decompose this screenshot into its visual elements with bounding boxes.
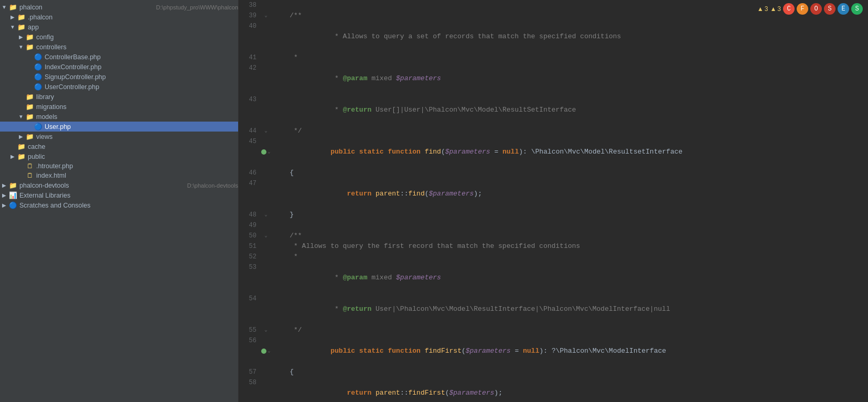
line-content-44: */	[271, 126, 868, 136]
gutter-55[interactable]: ⌄	[261, 325, 271, 335]
folder-icon-app: 📁	[17, 23, 26, 31]
fold-56[interactable]: ⌄	[267, 346, 270, 356]
sidebar-item-signupcontroller[interactable]: 🔵 SignupController.php	[0, 72, 238, 82]
sidebar-item-migrations[interactable]: 📁 migrations	[0, 102, 238, 112]
arrow-external-libs: ▶	[0, 192, 8, 198]
fold-44[interactable]: ⌄	[264, 126, 267, 136]
fold-45[interactable]: ⌄	[267, 147, 270, 157]
gutter-50[interactable]: ⌄	[261, 231, 271, 241]
line-num-46: 46	[239, 168, 261, 178]
sidebar-item-phalcon-devtools[interactable]: ▶ 📁 phalcon-devtools D:\phalcon-devtools	[0, 180, 238, 190]
fold-55[interactable]: ⌄	[264, 325, 267, 335]
html-icon: 🗒	[25, 172, 35, 179]
breakpoint-dot-45[interactable]	[261, 149, 266, 155]
sidebar-item-library[interactable]: 📁 library	[0, 92, 238, 102]
kw-null-45: null	[502, 148, 519, 156]
code-line-51: 51 * Allows to query the first record th…	[239, 241, 868, 252]
code-content-area[interactable]: 38 39 ⌄ /** 40 * Allows to query a set o…	[239, 0, 868, 402]
fold-50[interactable]: ⌄	[264, 231, 267, 241]
sidebar-item-scratches[interactable]: ▶ 🔵 Scratches and Consoles	[0, 200, 238, 210]
file-tree: ▼ 📁 phalcon D:\phpstudy_pro\WWW\phalcon …	[0, 0, 239, 402]
path-phalcon-devtools: D:\phalcon-devtools	[187, 182, 238, 189]
browser-safari-icon[interactable]: S	[851, 3, 863, 15]
sidebar-item-controllerbase[interactable]: 🔵 ControllerBase.php	[0, 52, 238, 62]
gutter-51	[261, 241, 271, 252]
browser-ie-icon[interactable]: E	[838, 3, 849, 15]
paren-47b: )	[474, 190, 478, 198]
label-htrouter: .htrouter.php	[36, 162, 238, 170]
sidebar-item-htrouter[interactable]: 🗒 .htrouter.php	[0, 161, 238, 171]
fn-find-47: find	[408, 190, 424, 198]
sidebar-item-cache[interactable]: 📁 cache	[0, 142, 238, 151]
browser-firefox-icon[interactable]: F	[797, 3, 808, 15]
browser-icon-3[interactable]: O	[810, 3, 822, 15]
kw-static-45: static	[359, 148, 384, 156]
php-icon-user-php: 🔵	[34, 123, 43, 131]
line-num-53: 53	[239, 262, 261, 294]
label-views: views	[36, 133, 238, 140]
var-param-45: $parameters	[445, 148, 490, 156]
fn-findfirst-58: findFirst	[408, 389, 445, 397]
indent-45	[314, 148, 330, 156]
code-line-57: 57 {	[239, 367, 868, 377]
sidebar-item-models[interactable]: ▼ 📁 models	[0, 112, 238, 122]
gutter-56[interactable]: ⌄	[261, 335, 271, 367]
label-controllers: controllers	[36, 44, 238, 51]
arrow-config: ▶	[17, 34, 25, 40]
line-num-47: 47	[239, 178, 261, 210]
label-app: app	[28, 24, 238, 31]
gutter-44[interactable]: ⌄	[261, 126, 271, 136]
gutter-39[interactable]: ⌄	[261, 10, 271, 21]
sidebar-item-usercontroller[interactable]: 🔵 UserController.php	[0, 82, 238, 92]
fold-39[interactable]: ⌄	[264, 10, 267, 21]
breakpoint-dot-56[interactable]	[261, 349, 266, 354]
line-content-49	[271, 220, 868, 231]
code-line-42: 42 * @param mixed $parameters	[239, 63, 868, 94]
sp-56c	[421, 347, 425, 355]
warning-count-2: 3	[777, 5, 781, 13]
indent-56	[314, 347, 330, 355]
sidebar-item-index-html[interactable]: 🗒 index.html	[0, 171, 238, 180]
semi-58: ;	[498, 389, 502, 397]
browser-icon-4[interactable]: S	[824, 3, 835, 15]
code-line-55: 55 ⌄ */	[239, 325, 868, 335]
sidebar-item-app[interactable]: ▼ 📁 app	[0, 22, 238, 32]
sidebar-item-controllers[interactable]: ▼ 📁 controllers	[0, 42, 238, 52]
tree-root-path: D:\phpstudy_pro\WWW\phalcon	[156, 4, 238, 10]
cm-42-var: $parameters	[396, 74, 441, 82]
php-icon-signupcontroller: 🔵	[34, 73, 43, 81]
gutter-45[interactable]: ⌄	[261, 136, 271, 168]
line-num-38: 38	[239, 0, 261, 10]
sidebar-item-indexcontroller[interactable]: 🔵 IndexController.php	[0, 62, 238, 72]
code-line-43: 43 * @return User[]|User|\Phalcon\Mvc\Mo…	[239, 94, 868, 126]
sidebar-item-config[interactable]: ▶ 📁 config	[0, 32, 238, 42]
tree-root[interactable]: ▼ 📁 phalcon D:\phpstudy_pro\WWW\phalcon	[0, 2, 238, 12]
indent-47	[314, 190, 347, 198]
sidebar-item-user-php[interactable]: 🔵 User.php	[0, 122, 238, 132]
kw-return-47: return	[347, 190, 371, 198]
sp-56d: =	[511, 347, 523, 355]
browser-chrome-icon[interactable]: C	[783, 3, 795, 15]
warning-triangle-icon-1: ▲	[757, 5, 764, 13]
gutter-49	[261, 220, 271, 231]
fold-48[interactable]: ⌄	[264, 210, 267, 220]
gutter-48[interactable]: ⌄	[261, 210, 271, 220]
line-content-56: public static function findFirst($parame…	[271, 335, 868, 367]
label-scratches: Scratches and Consoles	[19, 202, 238, 209]
line-num-49: 49	[239, 220, 261, 231]
label-signupcontroller: SignupController.php	[45, 73, 238, 81]
sidebar-item-views[interactable]: ▶ 📁 views	[0, 132, 238, 142]
folder-icon-library: 📁	[25, 93, 35, 101]
arrow-controllers: ▼	[17, 44, 25, 50]
var-param-58: $parameters	[449, 389, 495, 397]
line-num-45: 45	[239, 136, 261, 168]
sidebar-item-external-libraries[interactable]: ▶ 📊 External Libraries	[0, 190, 238, 200]
line-content-58: return parent::findFirst($parameters);	[271, 377, 868, 402]
sidebar-item-dotphalcon[interactable]: ▶ 📁 .phalcon	[0, 12, 238, 22]
semi-47: ;	[478, 190, 482, 198]
arrow-models: ▼	[17, 114, 25, 119]
kw-public-56: public	[330, 347, 355, 355]
kw-null-56: null	[523, 347, 539, 355]
sidebar-item-public[interactable]: ▶ 📁 public	[0, 151, 238, 161]
gutter-47	[261, 178, 271, 210]
